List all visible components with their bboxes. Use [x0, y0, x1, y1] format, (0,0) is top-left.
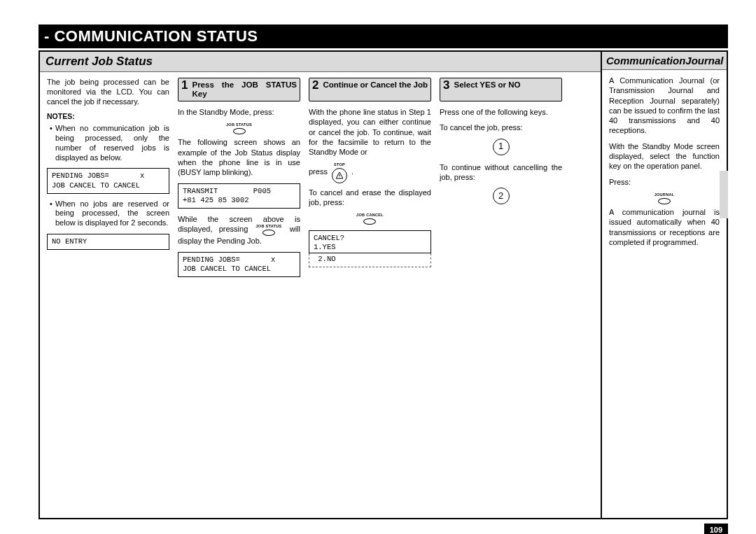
edge-tab	[720, 171, 728, 218]
step-3-title: Select YES or NO	[454, 80, 520, 90]
title-part-b: Journal	[685, 55, 723, 66]
numpad-1-icon: 1	[493, 139, 510, 155]
right-p3: Press:	[609, 177, 720, 187]
journal-key-icon: JOURNAL	[654, 192, 675, 204]
step-3-p3: To continue without cancelling the job, …	[440, 162, 562, 183]
oval-key-icon	[233, 128, 246, 134]
note-bullet-1: • When no communication job is being pro…	[47, 124, 169, 162]
lcd-transmit: TRANSMIT P005 +81 425 85 3002	[178, 183, 300, 209]
key-label: JOB STATUS	[226, 122, 252, 127]
numpad-2-icon: 2	[493, 188, 510, 204]
lcd-cancel-bottom: 2.NO	[309, 253, 431, 268]
right-p1: A Communication Journal (or Transmission…	[609, 76, 720, 136]
stop-key-icon: STOP	[332, 162, 347, 183]
note-text-1: When no communication job is being proce…	[55, 124, 169, 162]
section-title-left: Current Job Status	[40, 52, 601, 72]
right-p2: With the Standby Mode screen displayed, …	[609, 141, 720, 171]
oval-key-icon	[262, 230, 275, 236]
lcd-no-entry: NO ENTRY	[47, 234, 169, 250]
step-2-column: 2 Continue or Cancel the Job With the ph…	[309, 78, 431, 283]
right-p4: A communication journal is issued automa…	[609, 207, 720, 247]
current-job-status-section: Current Job Status The job being process…	[38, 50, 602, 519]
key-label: JOB STATUS	[255, 224, 281, 229]
oval-key-icon	[363, 218, 376, 225]
oval-key-icon	[658, 198, 671, 204]
step-1-column: 1 Press the JOB STATUS Key In the Standb…	[178, 78, 300, 283]
step-1-p1: In the Standby Mode, press:	[178, 107, 300, 117]
communication-journal-section: Communication Journal A Communication Jo…	[602, 50, 728, 519]
job-status-key-icon: JOB STATUS	[226, 122, 252, 134]
job-status-key-icon-2: JOB STATUS	[255, 224, 281, 236]
intro-paragraph: The job being processed can be monitored…	[47, 78, 169, 106]
step-2-p2: To cancel and erase the displayed job, p…	[309, 188, 431, 208]
page-number: 109	[704, 524, 728, 534]
step-2-title: Continue or Cancel the Job	[323, 80, 428, 90]
note-text-2: When no jobs are reserved or being proce…	[55, 199, 169, 228]
lcd-pending-jobs-2: PENDING JOBS= x JOB CANCEL TO CANCEL	[178, 252, 300, 277]
step-2-number: 2	[312, 80, 318, 90]
step-1-number: 1	[181, 80, 188, 90]
step-1-title: Press the JOB STATUS Key	[192, 80, 297, 98]
lcd-cancel-top: CANCEL? 1.YES	[309, 230, 431, 253]
step-2-p1: With the phone line status in Step 1 dis…	[309, 107, 431, 157]
key-label: JOB CANCEL	[356, 213, 384, 218]
step-3-column: 3 Select YES or NO Press one of the foll…	[440, 78, 562, 283]
step-3-p2: To cancel the job, press:	[440, 122, 562, 132]
step-1-p3: While the screen above is displayed, pre…	[178, 214, 300, 246]
page-header: - COMMUNICATION STATUS	[38, 24, 728, 48]
job-cancel-key-icon: JOB CANCEL	[356, 213, 384, 225]
key-label: JOURNAL	[654, 192, 675, 197]
step-1-p2: The following screen shows an example of…	[178, 137, 300, 177]
press-word: press	[309, 168, 328, 176]
step-2-header: 2 Continue or Cancel the Job	[309, 78, 431, 101]
key-label: STOP	[332, 162, 347, 167]
title-part-a: Communication	[606, 55, 685, 66]
section-title-right: Communication Journal	[602, 52, 727, 70]
intro-column: The job being processed can be monitored…	[47, 78, 169, 283]
step-1-header: 1 Press the JOB STATUS Key	[178, 78, 300, 101]
step-3-number: 3	[443, 80, 449, 90]
notes-heading: NOTES:	[47, 112, 169, 121]
note-bullet-2: • When no jobs are reserved or being pro…	[47, 199, 169, 228]
round-stop-icon	[332, 168, 347, 183]
press-stop-line: press STOP .	[309, 162, 431, 183]
step-3-header: 3 Select YES or NO	[440, 78, 562, 101]
main-content: Current Job Status The job being process…	[38, 50, 728, 519]
lcd-pending-jobs: PENDING JOBS= x JOB CANCEL TO CANCEL	[47, 168, 169, 193]
step-3-p1: Press one of the following keys.	[440, 107, 562, 117]
